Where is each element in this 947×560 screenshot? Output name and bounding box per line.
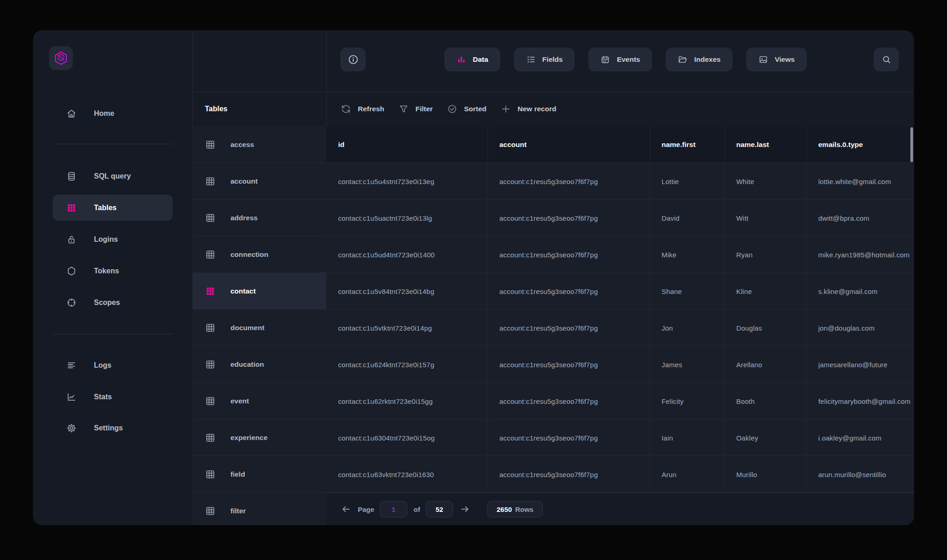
column-header-id[interactable]: id [338,126,345,163]
table-item-label: connection [230,250,268,259]
table-row[interactable]: contact:c1u62rktnt723e0i15gg account:c1r… [326,383,914,419]
tables-panel-title: Tables [205,92,228,126]
table-item-education[interactable]: education [192,346,326,383]
table-item-label: contact [230,287,256,295]
sidebar-item-label: Logs [94,361,111,370]
cell-first: Lottie [662,163,722,200]
cell-first: Arun [662,456,722,493]
table-item-label: field [230,470,245,478]
sidebar-item-label: SQL query [94,172,131,180]
filter-button[interactable]: Filter [398,103,433,114]
cell-account: account:c1resu5g3seoo7f6f7pg [499,200,647,236]
previous-page-button[interactable] [340,504,351,515]
table-grid-icon [205,176,216,187]
cell-id: contact:c1u5ud4tnt723e0i1400 [338,236,485,273]
table-item-contact[interactable]: contact [192,273,326,310]
page-number-input[interactable]: 1 [380,501,407,517]
table-item-label: address [230,214,257,222]
tables-panel: Tables access account address connection… [192,30,326,525]
cell-account: account:c1resu5g3seoo7f6f7pg [499,236,647,273]
table-item-document[interactable]: document [192,310,326,346]
cell-first: David [662,200,722,236]
table-item-label: filter [230,507,246,515]
column-header-emails-type[interactable]: emails.0.type [818,126,863,163]
data-grid-area: Refresh Filter Sorted [326,30,914,525]
table-item-access[interactable]: access [192,126,326,163]
cell-id: contact:c1u5u4stnt723e0i13eg [338,163,485,200]
cell-last: Arellano [736,346,804,383]
table-grid-icon [205,396,216,407]
table-row[interactable]: contact:c1u624ktnt723e0i157g account:c1r… [326,346,914,383]
rows-count-badge: 2650 Rows [487,501,543,517]
table-row[interactable]: contact:c1u5uactnt723e0i13lg account:c1r… [326,200,914,236]
table-row[interactable]: contact:c1u5u4stnt723e0i13eg account:c1r… [326,163,914,200]
table-item-account[interactable]: account [192,163,326,200]
cell-id: contact:c1u63vktnt723e0i1630 [338,456,485,493]
new-record-label: New record [518,105,556,113]
table-item-address[interactable]: address [192,200,326,236]
table-grid-icon [205,322,216,333]
cell-account: account:c1resu5g3seoo7f6f7pg [499,163,647,200]
home-icon [66,108,77,119]
app-logo[interactable] [49,46,73,70]
table-item-filter[interactable]: filter [192,493,326,525]
cell-email: lottie.white@gmail.com [818,163,914,200]
table-row[interactable]: contact:c1u5vtktnt723e0i14pg account:c1r… [326,310,914,346]
column-header-name-first[interactable]: name.first [662,126,695,163]
cell-email: mike.ryan1985@hotmail.com [818,236,914,273]
sidebar-item-logs[interactable]: Logs [53,355,173,375]
column-header-name-last[interactable]: name.last [736,126,769,163]
rows-count: 2650 [497,506,512,513]
table-item-experience[interactable]: experience [192,419,326,456]
table-grid-icon [205,139,216,150]
cell-id: contact:c1u5v84tnt723e0i14bg [338,273,485,310]
cell-email: dwitt@bpra.com [818,200,914,236]
sidebar-item-label: Settings [94,424,123,432]
table-item-event[interactable]: event [192,383,326,419]
sidebar-item-tokens[interactable]: Tokens [53,261,173,281]
sidebar-item-settings[interactable]: Settings [53,418,173,438]
page-number-value: 1 [392,506,395,513]
total-pages-value: 52 [436,506,443,513]
record-toolbar: Refresh Filter Sorted [326,92,914,126]
filter-label: Filter [416,105,433,113]
cell-id: contact:c1u624ktnt723e0i157g [338,346,485,383]
table-grid-icon [205,286,216,297]
hexagon-icon [66,266,77,277]
vertical-scrollbar-thumb[interactable] [910,127,913,162]
table-row[interactable]: contact:c1u5v84tnt723e0i14bg account:c1r… [326,273,914,310]
sidebar-item-home[interactable]: Home [53,103,173,124]
sidebar-item-logins[interactable]: Logins [53,229,173,250]
sidebar-item-tables[interactable]: Tables [53,195,173,221]
next-page-button[interactable] [460,504,471,515]
table-row[interactable]: contact:c1u5ud4tnt723e0i1400 account:c1r… [326,236,914,273]
sidebar-item-label: Tables [94,204,117,212]
table-row[interactable]: contact:c1u63vktnt723e0i1630 account:c1r… [326,456,914,493]
sidebar-divider-top [53,144,173,144]
column-header-account[interactable]: account [499,126,526,163]
table-item-label: event [230,397,249,405]
table-item-field[interactable]: field [192,456,326,493]
table-grid-icon [205,506,216,517]
table-row[interactable]: contact:c1u6304tnt723e0i15og account:c1r… [326,419,914,456]
sidebar-item-label: Logins [94,235,118,244]
cell-last: Ryan [736,236,804,273]
refresh-icon [340,103,351,114]
sidebar-item-label: Home [94,109,114,118]
cell-first: Iain [662,419,722,456]
table-item-connection[interactable]: connection [192,236,326,273]
refresh-button[interactable]: Refresh [340,103,384,114]
table-item-label: access [230,141,254,149]
sidebar-item-stats[interactable]: Stats [53,387,173,407]
sorted-button[interactable]: Sorted [447,103,487,114]
filter-funnel-icon [398,103,409,114]
cell-account: account:c1resu5g3seoo7f6f7pg [499,456,647,493]
cell-id: contact:c1u6304tnt723e0i15og [338,419,485,456]
new-record-button[interactable]: New record [500,103,556,114]
sidebar-item-label: Tokens [94,267,119,275]
sidebar-item-scopes[interactable]: Scopes [53,293,173,313]
sidebar-item-sql-query[interactable]: SQL query [53,166,173,186]
table-item-label: experience [230,434,268,442]
cell-first: Jon [662,310,722,346]
cell-email: s.kline@gmail.com [818,273,914,310]
